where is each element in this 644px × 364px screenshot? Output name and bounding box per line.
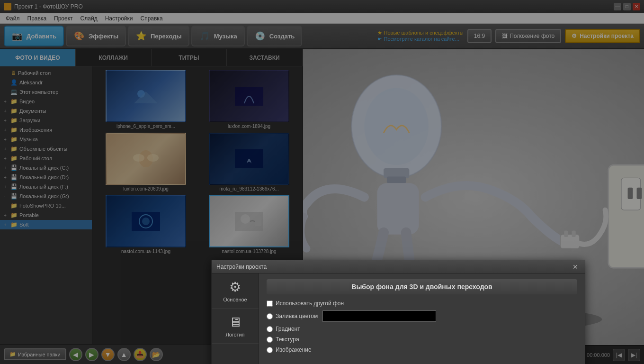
fill-color-label: Заливка цветом xyxy=(276,313,318,319)
image-row: Изображение xyxy=(267,346,577,353)
texture-label: Текстура xyxy=(276,336,299,343)
gradient-radio-group: Градиент xyxy=(267,326,300,332)
texture-row: Текстура xyxy=(267,336,577,343)
monitor-icon: 🖥 xyxy=(229,314,242,330)
image-radio[interactable] xyxy=(267,347,273,353)
dialog-content: Выбор фона для 3D и двойных переходов Ис… xyxy=(259,273,585,364)
dialog-sidebar-main-label: Основное xyxy=(223,297,247,302)
use-other-bg-label: Использовать другой фон xyxy=(276,300,344,307)
dialog-sidebar-logo-label: Логотип xyxy=(225,332,244,337)
image-label: Изображение xyxy=(276,346,312,353)
gradient-label: Градиент xyxy=(276,326,300,332)
dialog-title-text: Настройки проекта xyxy=(216,264,267,270)
use-other-bg-checkbox[interactable] xyxy=(267,300,273,307)
dialog-sidebar-logo[interactable]: 🖥 Логотип xyxy=(212,309,259,344)
gradient-row: Градиент xyxy=(267,326,577,332)
fill-color-radio[interactable] xyxy=(267,313,273,319)
fill-color-row: Заливка цветом xyxy=(267,310,577,322)
dialog-close-button[interactable]: ✕ xyxy=(571,262,580,272)
image-radio-group: Изображение xyxy=(267,346,312,353)
dialog-sidebar: ⚙ Основное 🖥 Логотип xyxy=(212,273,259,364)
use-other-bg-row: Использовать другой фон xyxy=(267,300,577,307)
fill-color-radio-group: Заливка цветом xyxy=(267,313,318,319)
dialog-sidebar-main[interactable]: ⚙ Основное xyxy=(212,273,259,309)
gear-icon: ⚙ xyxy=(229,279,241,295)
dialog-section-title: Выбор фона для 3D и двойных переходов xyxy=(267,279,577,294)
texture-radio[interactable] xyxy=(267,337,273,343)
project-settings-dialog: Настройки проекта ✕ ⚙ Основное 🖥 Логотип… xyxy=(211,260,585,364)
texture-radio-group: Текстура xyxy=(267,336,299,343)
dialog-titlebar: Настройки проекта ✕ xyxy=(212,260,585,273)
dialog-body: ⚙ Основное 🖥 Логотип Выбор фона для 3D и… xyxy=(212,273,585,364)
gradient-radio[interactable] xyxy=(267,326,273,332)
color-swatch[interactable] xyxy=(322,310,436,322)
